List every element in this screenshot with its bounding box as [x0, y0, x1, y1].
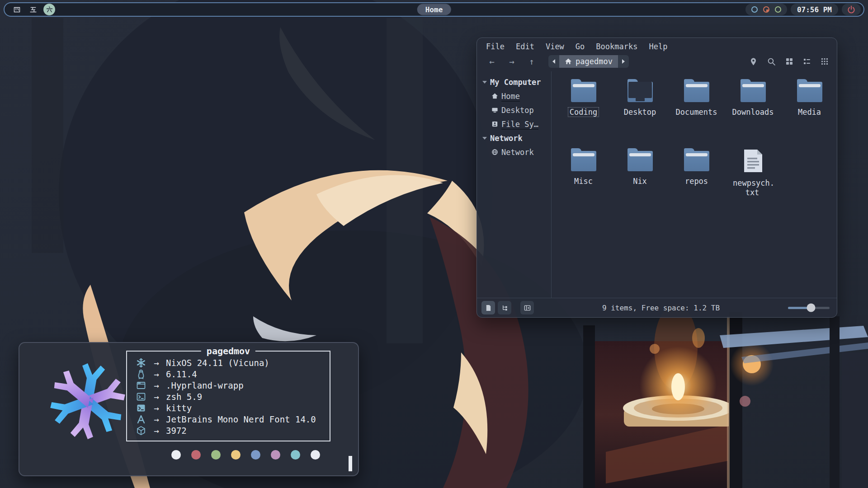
file-name: repos — [684, 177, 709, 186]
sidebar-section-network[interactable]: Network — [482, 131, 551, 145]
icon-zoom-slider[interactable] — [788, 307, 830, 309]
power-button[interactable] — [842, 4, 861, 15]
palette-dot — [211, 450, 221, 460]
wm-icon — [136, 380, 146, 390]
workspace-5[interactable] — [27, 4, 39, 15]
search-icon[interactable] — [767, 57, 776, 66]
workspace-4[interactable] — [11, 4, 23, 15]
fetch-row-packages: → 3972 — [135, 425, 325, 436]
file-item-media[interactable]: Media — [781, 77, 838, 146]
palette-dot — [171, 450, 181, 460]
clock[interactable]: 07:56 PM — [791, 4, 838, 15]
palette-dot — [231, 450, 241, 460]
file-item-repos[interactable]: repos — [668, 146, 725, 216]
terminal-color-palette — [171, 450, 320, 460]
sidebar-item-home[interactable]: Home — [482, 89, 551, 103]
shell-icon — [136, 392, 146, 402]
top-status-bar: Home 07:56 PM — [4, 2, 864, 17]
menu-bar: File Edit View Go Bookmarks Help — [477, 38, 837, 53]
sidebar-section-my-computer[interactable]: My Computer — [482, 75, 551, 89]
fetch-terminal-widget: pagedmov → NixOS 24.11 (Vicuna) → 6.11.4 — [19, 342, 359, 476]
list-view-icon[interactable] — [803, 57, 811, 66]
workspace-switcher — [5, 4, 55, 15]
menu-go[interactable]: Go — [576, 42, 585, 51]
file-view-pane[interactable]: Coding Desktop Documents Downloads Media — [552, 71, 837, 298]
arrow-glyph: → — [147, 392, 166, 402]
workspace-6-active[interactable] — [43, 4, 55, 15]
toggle-side-pane-button[interactable] — [520, 301, 534, 314]
palette-dot — [191, 450, 201, 460]
fetch-font-value: JetBrains Mono Nerd Font 14.0 — [166, 414, 316, 424]
menu-bookmarks[interactable]: Bookmarks — [596, 42, 637, 51]
file-name: Downloads — [731, 108, 775, 117]
chevron-right-icon — [622, 59, 625, 64]
nixos-icon — [136, 358, 146, 368]
file-item-nix[interactable]: Nix — [612, 146, 668, 216]
toolbar-view-buttons — [749, 57, 830, 66]
show-files-button[interactable] — [481, 301, 495, 314]
menu-file[interactable]: File — [486, 42, 505, 51]
file-item-newpsych-txt[interactable]: newpsych.txt — [725, 146, 781, 216]
path-scroll-left-button[interactable] — [548, 55, 559, 68]
back-button[interactable]: ← — [486, 56, 498, 66]
nixos-logo — [47, 355, 129, 448]
folder-icon — [627, 151, 653, 171]
globe-icon — [491, 149, 498, 155]
compact-view-icon[interactable] — [821, 57, 829, 66]
file-item-downloads[interactable]: Downloads — [725, 77, 781, 146]
fetch-row-shell: → zsh 5.9 — [135, 391, 325, 402]
status-bar: 9 items, Free space: 1.2 TB — [477, 298, 837, 317]
icon-view-icon[interactable] — [785, 57, 793, 66]
path-segment-home[interactable]: pagedmov — [559, 55, 618, 68]
home-icon — [565, 58, 572, 65]
file-item-coding[interactable]: Coding — [555, 77, 612, 146]
menu-edit[interactable]: Edit — [516, 42, 534, 51]
fetch-packages-value: 3972 — [166, 426, 187, 436]
folder-icon — [741, 82, 766, 102]
arrow-glyph: → — [147, 380, 166, 390]
show-tree-button[interactable] — [498, 301, 511, 314]
workspace-5-glyph — [29, 6, 37, 14]
fetch-hostname: pagedmov — [201, 346, 255, 357]
up-button[interactable]: ↑ — [526, 56, 538, 66]
slider-thumb[interactable] — [807, 304, 815, 312]
location-pin-icon[interactable] — [749, 57, 758, 66]
folder-icon — [571, 151, 596, 171]
sidebar-item-filesystem[interactable]: File Sy… — [482, 117, 551, 131]
palette-dot — [251, 450, 260, 460]
arrow-glyph: → — [147, 426, 166, 436]
folder-icon — [571, 82, 596, 102]
text-file-icon — [743, 149, 764, 173]
active-window-title[interactable]: Home — [417, 4, 451, 15]
file-name: Coding — [568, 108, 599, 117]
fetch-os-value: NixOS 24.11 (Vicuna) — [166, 358, 269, 368]
file-name: Desktop — [623, 108, 658, 117]
screenshare-indicator-icon — [751, 6, 758, 13]
forward-button[interactable]: → — [506, 56, 518, 66]
sidebar-item-network[interactable]: Network — [482, 145, 551, 159]
file-item-documents[interactable]: Documents — [668, 77, 725, 146]
path-bar: pagedmov — [548, 55, 629, 68]
arrow-glyph: → — [147, 414, 166, 424]
sidebar-item-desktop[interactable]: Desktop — [482, 103, 551, 117]
font-icon — [136, 414, 146, 424]
toolbar: ← → ↑ pagedmov — [477, 53, 837, 71]
menu-help[interactable]: Help — [649, 42, 667, 51]
file-name: newpsych.txt — [731, 178, 774, 197]
desktop-icon — [491, 107, 498, 113]
terminal-cursor — [349, 456, 352, 471]
file-item-desktop[interactable]: Desktop — [612, 77, 668, 146]
file-grid: Coding Desktop Documents Downloads Media — [555, 77, 838, 216]
file-name: Nix — [632, 177, 648, 186]
path-scroll-right-button[interactable] — [618, 55, 629, 68]
arrow-glyph: → — [147, 403, 166, 413]
collapse-triangle-icon — [482, 81, 487, 84]
desktop-folder-icon — [627, 82, 653, 102]
home-icon — [491, 93, 498, 99]
file-item-misc[interactable]: Misc — [555, 146, 612, 216]
menu-view[interactable]: View — [546, 42, 564, 51]
workspace-6-glyph — [46, 6, 53, 14]
tray-indicators[interactable] — [745, 4, 787, 15]
sidebar-item-label: File Sy… — [501, 120, 538, 129]
sidebar-item-label: Home — [501, 92, 520, 101]
